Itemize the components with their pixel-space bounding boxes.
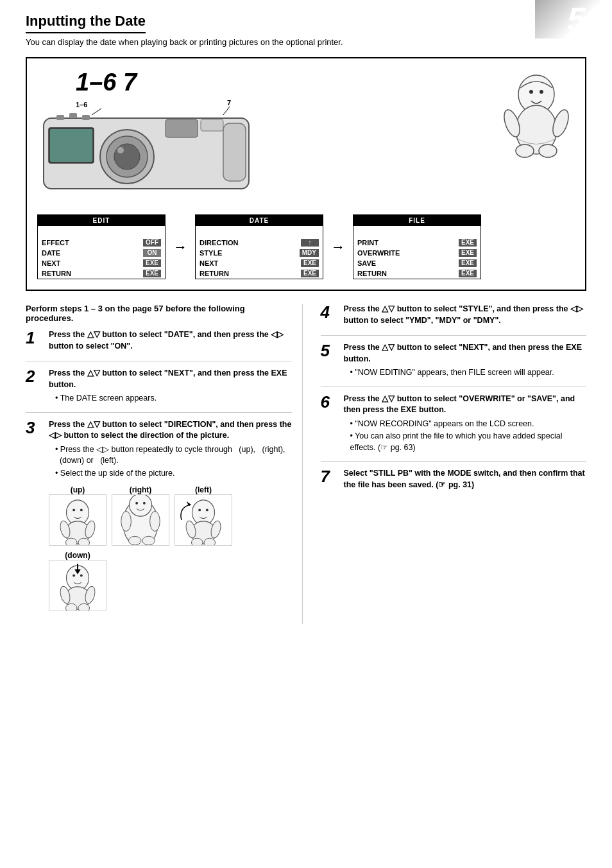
date-return-value: EXE xyxy=(301,270,319,277)
file-return-row: RETURN EXE xyxy=(353,268,480,279)
dir-left-label: (left) xyxy=(195,485,212,494)
step-2-bullet-1: The DATE screen appears. xyxy=(55,393,292,404)
edit-return-value: EXE xyxy=(143,270,161,277)
date-next-label: NEXT xyxy=(200,259,218,267)
date-return-row: RETURN EXE xyxy=(196,268,323,279)
menu-file-panel: FILE PRINT EXE OVERWRITE EXE SAVE EXE RE… xyxy=(353,214,481,279)
file-save-value: EXE xyxy=(459,259,477,267)
edit-return-row: RETURN EXE xyxy=(38,268,165,279)
file-print-value: EXE xyxy=(459,239,477,247)
file-print-row: PRINT EXE xyxy=(353,238,480,248)
dir-down-label: (down) xyxy=(65,551,90,560)
date-direction-label: DIRECTION xyxy=(200,239,239,247)
camera-illustration: 1–6 7 xyxy=(37,99,255,202)
step-7-content: Select "STILL PB" with the MODE switch, … xyxy=(344,468,587,493)
file-save-row: SAVE EXE xyxy=(353,258,480,268)
file-overwrite-value: EXE xyxy=(459,249,477,257)
dir-up-label: (up) xyxy=(71,485,85,494)
edit-date-value: ON xyxy=(143,249,161,257)
step-4-instruction: Press the △▽ button to select "STYLE", a… xyxy=(344,304,587,326)
date-return-label: RETURN xyxy=(200,270,229,277)
step-5-content: Press the △▽ button to select "NEXT", an… xyxy=(344,342,587,380)
date-direction-row: DIRECTION ↑ xyxy=(196,238,323,248)
svg-point-57 xyxy=(78,603,90,611)
svg-point-23 xyxy=(516,144,534,157)
edit-effect-row: EFFECT OFF xyxy=(38,238,165,248)
date-next-row: NEXT EXE xyxy=(196,258,323,268)
step-7-num: 7 xyxy=(321,468,339,493)
step-1-instruction: Press the △▽ button to select "DATE", an… xyxy=(49,329,292,352)
svg-rect-10 xyxy=(223,123,246,181)
svg-point-19 xyxy=(540,90,543,94)
step-3-block: 3 Press the △▽ button to select "DIRECTI… xyxy=(26,419,292,618)
step-5-bullet-1: "NOW EDITING" appears, then FILE screen … xyxy=(350,367,587,379)
date-header: DATE xyxy=(196,215,323,226)
step-2-block: 2 Press the △▽ button to select "NEXT", … xyxy=(26,368,292,413)
edit-date-label: DATE xyxy=(42,249,60,257)
svg-point-32 xyxy=(78,538,90,546)
date-style-label: STYLE xyxy=(200,249,222,257)
edit-next-row: NEXT EXE xyxy=(38,258,165,268)
dir-left: (left) xyxy=(174,485,232,546)
menu-panels-row: EDIT EFFECT OFF DATE ON NEXT EXE RETURN … xyxy=(37,214,575,279)
arrow-1: → xyxy=(166,239,195,256)
dir-right-label: (right) xyxy=(130,485,152,494)
svg-point-51 xyxy=(72,574,75,577)
svg-text:1–6: 1–6 xyxy=(76,101,87,108)
instructions-section: Perform steps 1 – 3 on the page 57 befor… xyxy=(26,304,586,624)
step-4-content: Press the △▽ button to select "STYLE", a… xyxy=(344,304,587,329)
step-3-content: Press the △▽ button to select "DIRECTION… xyxy=(49,419,292,612)
svg-point-18 xyxy=(529,90,533,94)
step-1-block: 1 Press the △▽ button to select "DATE", … xyxy=(26,329,292,361)
svg-point-4 xyxy=(117,147,124,153)
edit-effect-value: OFF xyxy=(143,239,161,247)
menu-date-panel: DATE DIRECTION ↑ STYLE MDY NEXT EXE RETU… xyxy=(195,214,323,279)
intro-text: Perform steps 1 – 3 on the page 57 befor… xyxy=(26,304,292,323)
date-direction-value: ↑ xyxy=(301,239,319,247)
svg-point-24 xyxy=(539,144,557,157)
step-5-instruction: Press the △▽ button to select "NEXT", an… xyxy=(344,342,587,365)
page-number: 59 xyxy=(535,0,612,39)
svg-rect-11 xyxy=(166,119,198,137)
date-style-row: STYLE MDY xyxy=(196,248,323,258)
svg-point-36 xyxy=(143,502,146,505)
direction-images: (up) xyxy=(49,485,292,611)
step-6-bullet-1: "NOW RECORDING" appears on the LCD scree… xyxy=(350,419,587,430)
svg-point-34 xyxy=(129,494,151,516)
date-next-value: EXE xyxy=(301,259,319,267)
svg-point-47 xyxy=(191,538,203,546)
svg-rect-9 xyxy=(82,115,90,120)
step-3-instruction: Press the △▽ button to select "DIRECTION… xyxy=(49,419,292,442)
instructions-left: Perform steps 1 – 3 on the page 57 befor… xyxy=(26,304,303,624)
svg-point-35 xyxy=(135,502,138,505)
file-header: FILE xyxy=(353,215,480,226)
step-5-block: 5 Press the △▽ button to select "NEXT", … xyxy=(321,342,587,387)
svg-rect-6 xyxy=(50,129,92,162)
svg-line-13 xyxy=(92,108,101,115)
step-label: 1–6 7 xyxy=(76,69,137,96)
instructions-right: 4 Press the △▽ button to select "STYLE",… xyxy=(318,304,587,624)
svg-point-3 xyxy=(114,144,140,169)
step-4-block: 4 Press the △▽ button to select "STYLE",… xyxy=(321,304,587,336)
step-3-bullet-1: Press the ◁▷ button repeatedly to cycle … xyxy=(55,444,292,467)
step-3-bullet-2: Select the up side of the picture. xyxy=(55,468,292,480)
edit-next-value: EXE xyxy=(143,259,161,267)
file-return-value: EXE xyxy=(459,270,477,277)
dir-up: (up) xyxy=(49,485,106,546)
file-save-label: SAVE xyxy=(357,259,376,267)
dir-up-svg xyxy=(49,494,106,546)
step-2-content: Press the △▽ button to select "NEXT", an… xyxy=(49,368,292,406)
dir-left-svg xyxy=(174,494,232,546)
camera-section: 1–6 7 xyxy=(37,69,472,202)
svg-point-42 xyxy=(198,508,201,511)
step-6-instruction: Press the △▽ button to select "OVERWRITE… xyxy=(344,394,587,416)
svg-rect-7 xyxy=(56,115,64,120)
svg-point-40 xyxy=(142,536,155,545)
svg-point-26 xyxy=(72,508,75,511)
dir-down-svg xyxy=(49,560,106,611)
step-6-content: Press the △▽ button to select "OVERWRITE… xyxy=(344,394,587,455)
svg-rect-8 xyxy=(69,113,77,118)
svg-point-52 xyxy=(80,574,83,577)
svg-point-27 xyxy=(80,508,83,511)
illus-top: 1–6 7 xyxy=(37,69,575,202)
